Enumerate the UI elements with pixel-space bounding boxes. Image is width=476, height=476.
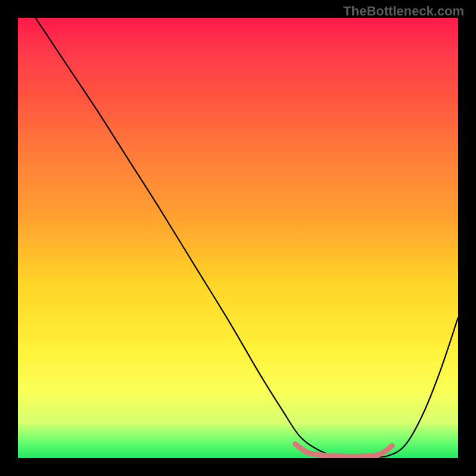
chart-container: TheBottleneck.com (0, 0, 476, 476)
curve-layer (18, 18, 458, 458)
watermark-text: TheBottleneck.com (343, 4, 464, 19)
bottleneck-curve (36, 18, 458, 457)
marker-band (295, 444, 392, 456)
plot-area (18, 18, 458, 458)
